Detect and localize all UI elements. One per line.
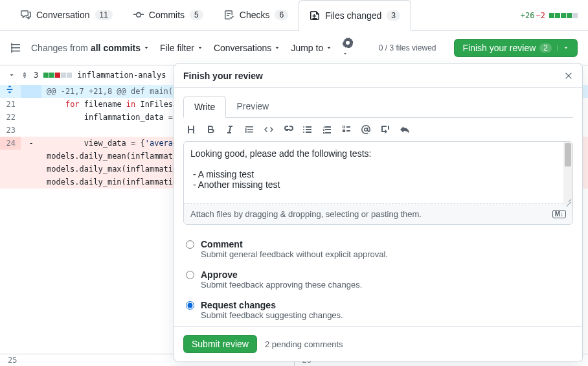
- tasklist-icon: [341, 124, 352, 135]
- finish-review-button[interactable]: Finish your review 2: [454, 39, 578, 57]
- option-desc: Submit feedback approving these changes.: [201, 280, 362, 290]
- changes-from-prefix: Changes from: [31, 43, 88, 53]
- quote-button[interactable]: [244, 124, 254, 135]
- chevron-down-icon: [8, 71, 16, 79]
- caret-down-icon: [197, 45, 203, 51]
- bold-icon: [205, 124, 216, 135]
- close-panel-button[interactable]: [564, 71, 573, 80]
- tab-label: Commits: [149, 10, 185, 20]
- heading-button[interactable]: [186, 124, 196, 135]
- tab-label: Files changed: [325, 10, 381, 21]
- caret-down-icon: [557, 45, 569, 51]
- checklist-icon: [224, 10, 234, 20]
- diff-squares: [549, 13, 578, 18]
- option-comment[interactable]: Comment Submit general feedback without …: [186, 234, 571, 264]
- tab-commits[interactable]: Commits 5: [123, 0, 214, 31]
- reference-button[interactable]: [380, 124, 390, 135]
- conversations-dropdown[interactable]: Conversations: [214, 43, 281, 53]
- markdown-toolbar: [183, 118, 573, 141]
- option-label: Approve: [201, 269, 362, 280]
- list-ol-button[interactable]: [322, 124, 332, 135]
- tab-count: 11: [95, 10, 113, 20]
- review-count: 2: [539, 43, 552, 52]
- mention-icon: [361, 124, 371, 135]
- comment-discussion-icon: [21, 10, 31, 20]
- resize-handle[interactable]: [565, 197, 571, 203]
- heading-icon: [186, 124, 196, 135]
- file-name[interactable]: inflammation-analys: [77, 71, 166, 80]
- git-commit-icon: [133, 10, 144, 20]
- quote-icon: [244, 124, 254, 135]
- reply-icon: [400, 124, 410, 135]
- changes-from-dropdown[interactable]: Changes from all commits: [31, 43, 150, 53]
- caret-down-icon: [143, 45, 150, 51]
- link-button[interactable]: [283, 124, 293, 135]
- radio-comment[interactable]: [186, 240, 194, 249]
- option-label: Comment: [201, 239, 388, 249]
- unfold-icon: [5, 85, 14, 94]
- file-diff-icon: [310, 10, 320, 21]
- markdown-supported-icon[interactable]: M↓: [552, 210, 566, 218]
- italic-button[interactable]: [225, 124, 235, 135]
- tab-preview[interactable]: Preview: [226, 96, 279, 117]
- radio-approve[interactable]: [186, 271, 194, 279]
- tab-label: Checks: [240, 10, 270, 20]
- option-request-changes[interactable]: Request changes Submit feedback suggesti…: [186, 295, 571, 325]
- option-label: Request changes: [201, 300, 343, 310]
- list-ol-icon: [322, 124, 332, 135]
- comment-textarea-wrap: Looking good, please add the following t…: [183, 141, 573, 225]
- pr-tabs: Conversation 11 Commits 5 Checks 6 Files…: [0, 0, 588, 31]
- line-number[interactable]: 22: [0, 111, 21, 124]
- reply-button[interactable]: [400, 124, 410, 135]
- tab-conversation[interactable]: Conversation 11: [10, 0, 123, 31]
- jump-to-dropdown[interactable]: Jump to: [291, 43, 332, 53]
- tab-checks[interactable]: Checks 6: [214, 0, 299, 31]
- tasklist-button[interactable]: [341, 124, 352, 135]
- comment-textarea[interactable]: Looking good, please add the following t…: [184, 142, 572, 204]
- file-change-count: 3: [34, 71, 38, 80]
- radio-request-changes[interactable]: [186, 301, 194, 310]
- diff-toolbar: Changes from all commits File filter Con…: [0, 31, 588, 65]
- gear-icon: [343, 38, 353, 48]
- attach-dropzone[interactable]: Attach files by dragging & dropping, sel…: [184, 204, 572, 224]
- additions: +26: [521, 11, 535, 20]
- submit-review-button[interactable]: Submit review: [183, 335, 257, 353]
- collapse-file-toggle[interactable]: [8, 71, 16, 79]
- close-icon: [564, 71, 573, 80]
- list-ul-icon: [302, 124, 313, 135]
- mention-button[interactable]: [361, 124, 371, 135]
- review-panel: Finish your review Write Preview Looking…: [174, 63, 583, 361]
- scrollbar[interactable]: [563, 142, 572, 205]
- code-button[interactable]: [264, 124, 274, 135]
- drag-handle-icon[interactable]: [21, 71, 28, 79]
- tab-count: 5: [190, 10, 203, 20]
- bold-button[interactable]: [205, 124, 216, 135]
- file-filter-dropdown[interactable]: File filter: [160, 43, 203, 53]
- cross-reference-icon: [380, 124, 390, 135]
- list-ul-button[interactable]: [302, 124, 313, 135]
- file-tree-toggle-icon[interactable]: [10, 43, 21, 53]
- diff-settings-dropdown[interactable]: [343, 38, 353, 58]
- option-desc: Submit general feedback without explicit…: [201, 249, 388, 259]
- tab-write[interactable]: Write: [183, 96, 226, 118]
- tab-files-changed[interactable]: Files changed 3: [299, 0, 411, 31]
- changes-from-value: all commits: [91, 43, 141, 53]
- caret-down-icon: [343, 51, 348, 56]
- code-icon: [264, 124, 274, 135]
- panel-header: Finish your review: [174, 64, 582, 88]
- line-number[interactable]: 23: [0, 124, 21, 137]
- file-diffstat-icon: [43, 73, 72, 78]
- option-approve[interactable]: Approve Submit feedback approving these …: [186, 264, 571, 295]
- line-number[interactable]: 21: [0, 98, 21, 111]
- tab-count: 3: [387, 10, 400, 21]
- pending-comments-count: 2 pending comments: [265, 339, 343, 349]
- line-number[interactable]: 24: [0, 137, 21, 150]
- panel-footer: Submit review 2 pending comments: [174, 326, 582, 361]
- option-desc: Submit feedback suggesting changes.: [201, 310, 343, 320]
- italic-icon: [225, 124, 235, 135]
- tab-label: Conversation: [36, 10, 90, 20]
- tab-count: 6: [275, 10, 288, 20]
- caret-down-icon: [326, 45, 332, 51]
- review-type-options: Comment Submit general feedback without …: [183, 225, 573, 326]
- expand-hunk-button[interactable]: [0, 85, 21, 98]
